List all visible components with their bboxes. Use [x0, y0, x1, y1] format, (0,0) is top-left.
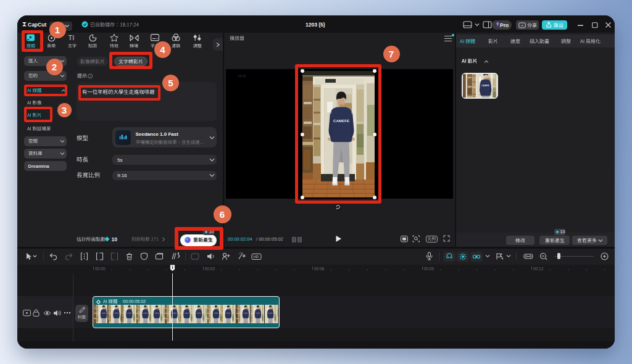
svg-text:HD: HD: [253, 255, 259, 259]
svg-text:CapCut: CapCut: [28, 22, 46, 28]
svg-text:Pro: Pro: [500, 22, 509, 28]
